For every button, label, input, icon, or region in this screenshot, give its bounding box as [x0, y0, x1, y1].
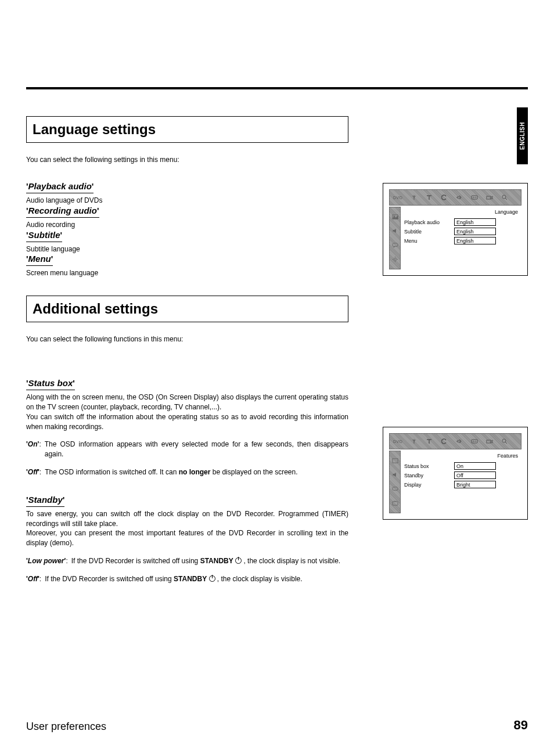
top-rule — [26, 87, 528, 89]
language-tab: ENGLISH — [517, 107, 528, 164]
sub-standby: Standby — [26, 495, 64, 505]
osd-row-label: Playback audio — [404, 219, 451, 225]
speaker-icon — [392, 471, 398, 478]
svg-rect-8 — [487, 440, 491, 443]
c-icon — [441, 438, 448, 445]
osd-row-label: Subtitle — [404, 229, 451, 235]
osd-title: Features — [404, 453, 518, 459]
section-heading-additional: Additional settings — [26, 296, 348, 322]
osd-side — [389, 451, 401, 513]
svg-rect-1 — [487, 196, 491, 199]
opt-standby-off-key: Off — [26, 574, 39, 584]
osd-row: Menu English — [404, 237, 518, 244]
osd-row: Playback audio English — [404, 218, 518, 226]
opt-low-power: Low power: If the DVD Recorder is switch… — [26, 556, 348, 566]
osd-row-value: Off — [454, 471, 496, 479]
left-column: Language settings You can select the fol… — [26, 116, 348, 584]
opt-standby-off: Off: If the DVD Recorder is switched off… — [26, 574, 348, 584]
desc-menu: Screen menu language — [26, 268, 348, 278]
desc-subtitle: Subtitle language — [26, 244, 348, 254]
desc-recording-audio: Audio recording — [26, 220, 348, 230]
opt-off: Off: The OSD information is switched off… — [26, 467, 348, 477]
desc-standby-1: To save energy, you can switch off the c… — [26, 509, 348, 529]
osd-features: DVD Feat — [383, 427, 528, 520]
opt-on: On: The OSD information appears with eve… — [26, 440, 348, 459]
osd-row-value: English — [454, 228, 496, 235]
opt-low-val: If the DVD Recorder is switched off usin… — [71, 556, 340, 566]
osd-main: Language Playback audio English Subtitle… — [401, 207, 521, 269]
subtitle-icon — [471, 438, 478, 445]
sub-status-box: Status box — [26, 378, 75, 388]
opt-low-key: Low power — [26, 556, 66, 566]
page: ENGLISH Language settings You can select… — [0, 0, 554, 756]
dvd-label: DVD — [393, 440, 402, 444]
sub-menu: Menu — [26, 254, 53, 264]
intro-additional: You can select the following functions i… — [26, 335, 348, 343]
osd-row-label: Status box — [404, 463, 451, 469]
desc-standby-2: Moreover, you can present the most impor… — [26, 528, 348, 548]
speaker-icon — [392, 228, 398, 234]
opt-standby-off-val: If the DVD Recorder is switched off usin… — [45, 574, 302, 584]
antenna-icon — [411, 438, 418, 445]
svg-rect-12 — [392, 502, 397, 505]
camera-icon — [486, 194, 493, 201]
opt-off-val: The OSD information is switched off. It … — [45, 467, 297, 477]
camera-icon — [486, 438, 493, 445]
osd-row-label: Standby — [404, 473, 451, 478]
desc-playback-audio: Audio language of DVDs — [26, 196, 348, 206]
osd-row-value: English — [454, 218, 496, 226]
osd-row-label: Menu — [404, 238, 451, 244]
opt-on-val: The OSD information appears with every s… — [45, 440, 348, 459]
t-icon — [426, 438, 433, 445]
desc-status-box-1: Along with the on screen menu, the OSD (… — [26, 393, 348, 412]
subtitle-icon — [471, 194, 478, 201]
sub-recording-audio: Recording audio — [26, 206, 99, 215]
osd-title: Language — [404, 209, 518, 215]
dvd-label: DVD — [393, 196, 402, 200]
tv-icon — [392, 500, 398, 506]
svg-rect-11 — [392, 487, 397, 491]
content: Language settings You can select the fol… — [26, 116, 528, 584]
footer: User preferences 89 — [26, 718, 528, 733]
sub-playback-audio: Playback audio — [26, 181, 93, 191]
osd-side — [389, 207, 401, 269]
antenna-icon — [411, 194, 418, 201]
balloon-icon — [392, 242, 398, 249]
zoom-icon — [501, 438, 508, 445]
sound-icon — [456, 194, 463, 201]
osd-row-value: Bright — [454, 481, 496, 488]
footer-title: User preferences — [26, 721, 106, 733]
osd-row: Display Bright — [404, 481, 518, 488]
picture-icon — [392, 214, 398, 220]
osd-main: Features Status box On Standby Off Displ… — [401, 451, 521, 513]
balloon-icon — [392, 486, 398, 492]
zoom-icon — [501, 194, 508, 201]
osd-toolbar: DVD — [389, 433, 521, 449]
osd-row: Subtitle English — [404, 228, 518, 235]
section-heading-language: Language settings — [26, 116, 348, 143]
intro-language: You can select the following settings in… — [26, 156, 348, 164]
standby-icon — [235, 557, 242, 564]
svg-rect-5 — [392, 243, 397, 247]
osd-row: Status box On — [404, 462, 518, 470]
standby-icon — [209, 575, 215, 582]
osd-row-value: On — [454, 462, 496, 470]
osd-language: DVD Lang — [383, 183, 528, 276]
picture-icon — [392, 458, 398, 464]
gear-icon — [392, 256, 398, 262]
t-icon — [426, 194, 433, 201]
svg-point-6 — [394, 258, 396, 261]
osd-toolbar: DVD — [389, 189, 521, 206]
opt-on-key: On — [26, 440, 39, 459]
osd-row: Standby Off — [404, 471, 518, 479]
c-icon — [441, 194, 448, 201]
right-column: DVD Lang — [383, 116, 528, 584]
svg-rect-10 — [392, 459, 397, 463]
sub-subtitle: Subtitle — [26, 230, 62, 240]
opt-off-key: Off — [26, 467, 39, 477]
osd-row-label: Display — [404, 482, 451, 488]
sound-icon — [456, 438, 463, 445]
osd-row-value: English — [454, 237, 496, 244]
page-number: 89 — [514, 718, 528, 733]
desc-status-box-2: You can switch off the information about… — [26, 412, 348, 432]
